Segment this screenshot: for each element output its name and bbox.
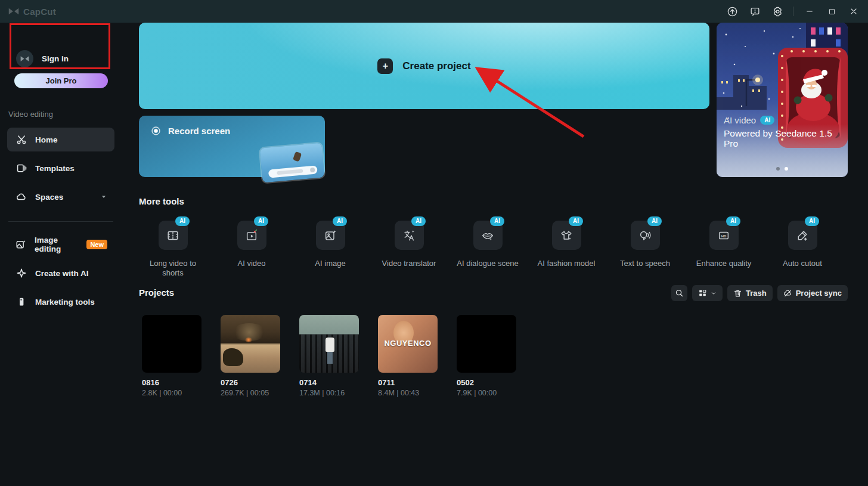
project-card[interactable]: 0714 17.3M | 00:16 bbox=[299, 315, 359, 397]
sidebar-item-marketing-tools[interactable]: Marketing tools bbox=[7, 290, 114, 314]
titlebar-separator bbox=[793, 7, 793, 16]
trash-label: Trash bbox=[746, 289, 767, 298]
sidebar-item-create-with-ai[interactable]: Create with AI bbox=[7, 261, 114, 285]
carousel-dot-1[interactable] bbox=[776, 167, 780, 171]
tool-ai-dialogue-scene[interactable]: AI AI dialogue scene bbox=[448, 221, 527, 278]
create-project-label: Create project bbox=[402, 60, 470, 72]
image-editing-icon bbox=[16, 239, 26, 250]
project-sync-label: Project sync bbox=[796, 289, 842, 298]
new-badge: New bbox=[86, 240, 107, 249]
close-button[interactable] bbox=[848, 5, 860, 17]
project-stats: 2.8K | 00:00 bbox=[142, 389, 202, 397]
tool-ai-video[interactable]: AI AI video bbox=[212, 221, 291, 278]
sidebar-item-label: Image editing bbox=[35, 236, 73, 253]
thumbnail-overlay-text: NGUYENCO bbox=[378, 339, 438, 348]
settings-button[interactable] bbox=[771, 5, 783, 17]
title-bar: CapCut bbox=[0, 0, 868, 23]
record-screen-preview bbox=[260, 143, 325, 183]
record-screen-button[interactable]: Record screen bbox=[139, 116, 325, 177]
project-stats: 8.4M | 00:43 bbox=[378, 389, 438, 397]
projects-grid: 0816 2.8K | 00:00 0726 269.7K | 00:05 07… bbox=[142, 315, 516, 397]
scissors-icon bbox=[16, 134, 27, 146]
ai-image-icon bbox=[324, 229, 337, 242]
tool-text-to-speech[interactable]: AI Text to speech bbox=[606, 221, 684, 278]
long-video-to-shorts-icon bbox=[166, 229, 179, 242]
ai-video-icon bbox=[245, 229, 258, 242]
ai-badge: AI bbox=[569, 216, 583, 226]
grid-view-icon bbox=[698, 289, 707, 298]
tool-auto-cutout[interactable]: AI Auto cutout bbox=[763, 221, 842, 278]
cloud-sync-off-icon bbox=[783, 289, 792, 298]
plus-icon: + bbox=[377, 58, 393, 74]
sparkle-icon bbox=[16, 268, 27, 279]
app-name: CapCut bbox=[23, 7, 56, 17]
update-icon bbox=[727, 6, 738, 17]
project-thumbnail bbox=[142, 315, 202, 373]
tool-label: Auto cutout bbox=[783, 259, 822, 268]
sidebar-item-spaces[interactable]: Spaces bbox=[7, 185, 114, 209]
promo-image-santa bbox=[717, 23, 848, 177]
sign-in-button[interactable]: Sign in bbox=[16, 50, 69, 67]
svg-text:HD: HD bbox=[721, 234, 727, 237]
create-project-button[interactable]: + Create project bbox=[139, 23, 709, 109]
carousel-dot-2[interactable] bbox=[785, 167, 788, 171]
tool-enhance-quality[interactable]: HD AI Enhance quality bbox=[684, 221, 763, 278]
project-card[interactable]: 0726 269.7K | 00:05 bbox=[221, 315, 280, 397]
trash-button[interactable]: Trash bbox=[727, 285, 773, 301]
sidebar-item-templates[interactable]: Templates bbox=[7, 156, 114, 180]
tool-ai-fashion-model[interactable]: AI AI fashion model bbox=[527, 221, 606, 278]
update-button[interactable] bbox=[726, 5, 738, 17]
project-name: 0714 bbox=[299, 378, 359, 387]
hd-icon: HD bbox=[717, 229, 730, 242]
feedback-button[interactable] bbox=[749, 5, 761, 17]
minimize-button[interactable] bbox=[804, 5, 816, 17]
avatar bbox=[16, 50, 33, 67]
tool-label: AI image bbox=[315, 259, 345, 268]
templates-icon bbox=[16, 163, 27, 174]
tool-ai-image[interactable]: AI AI image bbox=[291, 221, 370, 278]
project-thumbnail bbox=[457, 315, 516, 373]
project-name: 0502 bbox=[457, 378, 516, 387]
promo-subtitle: Powered by Seedance 1.5 Pro bbox=[724, 128, 843, 148]
auto-cutout-icon bbox=[796, 229, 809, 242]
promo-title: AI video bbox=[724, 115, 756, 125]
project-thumbnail: NGUYENCO bbox=[378, 315, 438, 373]
tool-long-video-to-shorts[interactable]: AI Long video to shorts bbox=[134, 221, 212, 278]
project-card[interactable]: 0816 2.8K | 00:00 bbox=[142, 315, 202, 397]
sign-in-label: Sign in bbox=[42, 54, 69, 63]
project-card[interactable]: NGUYENCO 0711 8.4M | 00:43 bbox=[378, 315, 438, 397]
capcut-home-screen: { "app": { "name": "CapCut" }, "icons": … bbox=[0, 0, 868, 486]
ai-badge: AI bbox=[647, 216, 662, 226]
maximize-icon bbox=[827, 7, 836, 16]
record-controls-pill bbox=[268, 165, 318, 178]
sidebar-item-label: Create with AI bbox=[35, 269, 89, 278]
project-sync-button[interactable]: Project sync bbox=[777, 285, 848, 301]
project-card[interactable]: 0502 7.9K | 00:00 bbox=[457, 315, 516, 397]
app-logo: CapCut bbox=[8, 7, 56, 17]
tool-label: Long video to shorts bbox=[140, 259, 206, 278]
sidebar-divider bbox=[8, 221, 113, 222]
search-icon bbox=[675, 289, 684, 298]
ai-badge: AI bbox=[411, 216, 426, 226]
sidebar-item-home[interactable]: Home bbox=[7, 128, 114, 151]
join-pro-button[interactable]: Join Pro bbox=[14, 73, 108, 88]
gear-icon bbox=[772, 6, 783, 17]
more-tools-row: AI Long video to shorts AI AI video AI bbox=[134, 221, 842, 278]
tool-label: Enhance quality bbox=[696, 259, 752, 268]
view-mode-dropdown[interactable] bbox=[692, 285, 723, 301]
promo-card-ai-video[interactable]: AI video AI Powered by Seedance 1.5 Pro bbox=[717, 23, 848, 177]
tool-label: AI dialogue scene bbox=[457, 259, 518, 268]
tool-label: Video translator bbox=[382, 259, 436, 268]
skydiver-figure bbox=[293, 151, 302, 162]
ai-badge: AI bbox=[726, 216, 740, 226]
sidebar-item-image-editing[interactable]: Image editing New bbox=[7, 233, 114, 256]
text-to-speech-icon bbox=[638, 229, 652, 242]
tshirt-icon bbox=[560, 229, 573, 242]
tool-video-translator[interactable]: AI Video translator bbox=[370, 221, 448, 278]
maximize-button[interactable] bbox=[826, 5, 838, 17]
marketing-tools-icon bbox=[16, 296, 27, 308]
search-button[interactable] bbox=[671, 285, 687, 301]
chevron-down-icon bbox=[100, 193, 107, 200]
record-icon bbox=[151, 126, 161, 136]
ai-badge: AI bbox=[175, 216, 190, 226]
